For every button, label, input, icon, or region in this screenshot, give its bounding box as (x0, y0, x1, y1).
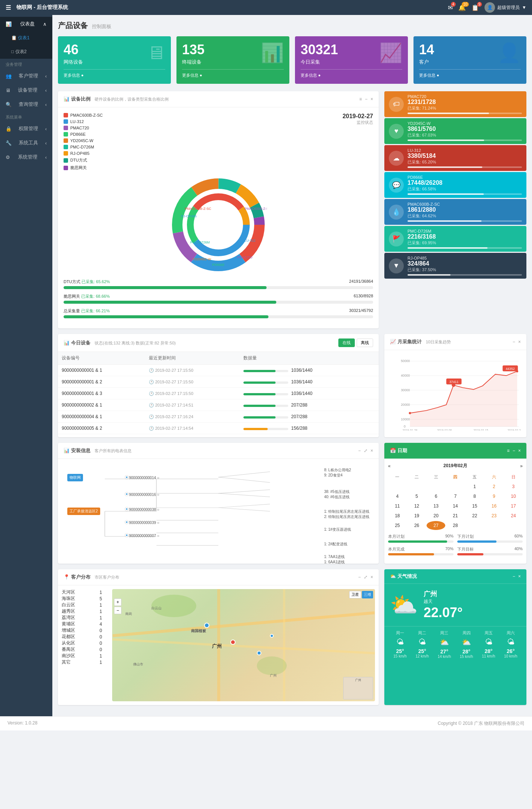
cal-day-2[interactable]: 2 (485, 482, 504, 491)
cal-day-19[interactable]: 19 (408, 511, 426, 520)
customer-dist-title-area: 📍 客户分布 市区客户分布 (64, 574, 119, 580)
svg-text:50000: 50000 (401, 359, 410, 363)
install-ctrl-max[interactable]: ⤢ (364, 448, 368, 453)
cal-day-25[interactable]: 25 (388, 521, 407, 530)
weather-ctrl-close[interactable]: × (518, 574, 521, 579)
monthly-ctrl-min[interactable]: − (513, 339, 515, 344)
device-ratio-panel: 📊 设备比例 硬件设备的比例，设备类型采集合格比例 ≡ − × (58, 91, 379, 328)
stat-more-terminal[interactable]: 更多信息 ● (182, 69, 284, 78)
network-icon: 🖥 (147, 42, 165, 64)
task-badge: 9 (477, 2, 482, 7)
map-type-2d[interactable]: 卫星 (349, 591, 361, 598)
bell-icon[interactable]: 🔔 10 (458, 4, 466, 11)
cust-ctrl-close[interactable]: × (370, 574, 373, 580)
svg-line-59 (218, 490, 270, 493)
sidebar-item-tools[interactable]: 🔧 系统工具 ‹ (0, 136, 52, 150)
stat-more-customer[interactable]: 更多信息 ● (419, 69, 521, 78)
cal-day-5[interactable]: 5 (408, 492, 426, 501)
user-info[interactable]: 👤 超级管理员 ▼ (485, 2, 526, 13)
cal-day-17[interactable]: 17 (504, 502, 523, 511)
table-row: 9000000000001 & 3 🕐 2019-02-27 17:15:50 … (58, 388, 379, 399)
cal-ctrl-min[interactable]: − (513, 448, 515, 453)
install-subtitle: 客户所有的电表信息 (95, 448, 132, 453)
sidebar-item-query[interactable]: 🔍 查询管理 ‹ (0, 97, 52, 111)
cal-day-13[interactable]: 13 (427, 502, 445, 511)
cal-day-27-today[interactable]: 27 (427, 521, 445, 530)
svg-text:PMAC600B-Z-SC: PMAC600B-Z-SC (245, 207, 267, 211)
cal-next-btn[interactable]: » (520, 463, 523, 469)
cal-day-18[interactable]: 18 (388, 511, 407, 520)
svg-text:10000: 10000 (401, 417, 410, 421)
cal-day-empty (427, 482, 445, 491)
today-device-body: 设备编号 最近更新时间 数据量 9000000000001 & 1 🕐 2019… (58, 352, 379, 434)
cal-day-7[interactable]: 7 (446, 492, 465, 501)
sidebar-item-dashboard[interactable]: 📊 仪表盘 ∧ (0, 17, 52, 31)
sidebar-item-permission[interactable]: 🔒 权限管理 ‹ (0, 122, 52, 136)
arrow-icon-customer: ‹ (45, 73, 47, 79)
cal-day-16[interactable]: 16 (485, 502, 504, 511)
cal-day-12[interactable]: 12 (408, 502, 426, 511)
progress-row-ruisi: 脆思网关 已采集: 68.66% 6130/8928 (64, 294, 373, 304)
cal-day-9[interactable]: 9 (485, 492, 504, 501)
cal-ctrl-list[interactable]: ≡ (507, 448, 510, 453)
map-dot-3 (270, 634, 274, 638)
cal-prev-btn[interactable]: « (388, 463, 391, 469)
tab-offline[interactable]: 离线 (357, 338, 373, 347)
legend-item: RJ-OP485 (64, 151, 342, 156)
cal-day-8[interactable]: 8 (465, 492, 484, 501)
install-ctrl-min[interactable]: − (358, 448, 361, 453)
ratio-ctrl-menu[interactable]: ≡ (359, 96, 362, 102)
sidebar-item-device[interactable]: 🖥 设备管理 ‹ (0, 83, 52, 97)
customer-dist-controls: − ⤢ × (358, 574, 373, 580)
cust-ctrl-max[interactable]: ⤢ (364, 574, 368, 580)
hamburger-icon[interactable]: ☰ (6, 4, 11, 11)
map-road-h2 (112, 638, 375, 655)
sidebar-item-customer[interactable]: 👥 客户管理 ‹ (0, 69, 52, 83)
cal-day-24[interactable]: 24 (504, 511, 523, 520)
ratio-ctrl-close[interactable]: × (370, 96, 373, 102)
cal-day-1[interactable]: 1 (465, 482, 484, 491)
node-39-label: 9000000000039 ○ (129, 521, 159, 525)
cal-day-15[interactable]: 15 (465, 502, 484, 511)
cal-day-14[interactable]: 14 (446, 502, 465, 511)
map-zoom-in[interactable]: + (114, 598, 122, 606)
sidebar-item-sysadmin[interactable]: ⚙ 系统管理 ‹ (0, 150, 52, 164)
monthly-ctrl-close[interactable]: × (518, 339, 521, 344)
cal-day-20[interactable]: 20 (427, 511, 445, 520)
sidebar-item-dashboard1[interactable]: 📋 仪表1 (0, 31, 52, 45)
customer-list-row: 白云区1 (62, 602, 107, 608)
svg-text:20000: 20000 (401, 403, 410, 407)
customer-list-row: 越秀区1 (62, 608, 107, 615)
sidebar-item-dashboard2[interactable]: □ 仪表2 (0, 45, 52, 59)
task-icon[interactable]: 📋 9 (471, 4, 479, 11)
map-label-baiyun: 白云山 (151, 606, 162, 611)
cal-day-3[interactable]: 3 (504, 482, 523, 491)
cal-day-10[interactable]: 10 (504, 492, 523, 501)
cal-day-23[interactable]: 23 (485, 511, 504, 520)
tab-online[interactable]: 在线 (338, 338, 355, 347)
stat-more-collect[interactable]: 更多信息 ● (301, 69, 402, 78)
stat-more-network[interactable]: 更多信息 ● (64, 69, 165, 78)
cal-day-28[interactable]: 28 (446, 521, 465, 530)
map-dot-2 (257, 651, 261, 655)
cal-goal-next-target: 下月目标40% (457, 546, 523, 555)
map-type-3d[interactable]: 三维 (362, 591, 373, 598)
panel-title-ratio: 📊 设备比例 硬件设备的比例，设备类型采集合格比例 (64, 96, 169, 102)
ratio-ctrl-min[interactable]: − (365, 96, 368, 102)
pmcd726m-info: PMC-D726M 2216/3168 已采集: 69.95% (408, 229, 522, 249)
cal-day-4[interactable]: 4 (388, 492, 407, 501)
cal-day-26[interactable]: 26 (408, 521, 426, 530)
donut-chart-container: PMAC600B-Z-SC RJ-OP485 PMAC600B-Z-SC LU-… (64, 176, 373, 273)
device-table-head: 设备编号 最近更新时间 数据量 (58, 352, 379, 365)
cal-day-22[interactable]: 22 (465, 511, 484, 520)
cal-day-11[interactable]: 11 (388, 502, 407, 511)
cal-day-6[interactable]: 6 (427, 492, 445, 501)
install-ctrl-close[interactable]: × (370, 448, 373, 453)
mail-icon[interactable]: ✉ 4 (448, 4, 453, 11)
cal-day-21[interactable]: 21 (446, 511, 465, 520)
cal-ctrl-close[interactable]: × (518, 448, 521, 453)
weather-ctrl-min[interactable]: − (513, 574, 515, 579)
map-zoom-out[interactable]: − (114, 607, 122, 614)
customer-map: 南岗 白云山 南国植被 广州 佛山市 广州 卫星 三维 (112, 589, 375, 701)
cust-ctrl-min[interactable]: − (358, 574, 361, 580)
